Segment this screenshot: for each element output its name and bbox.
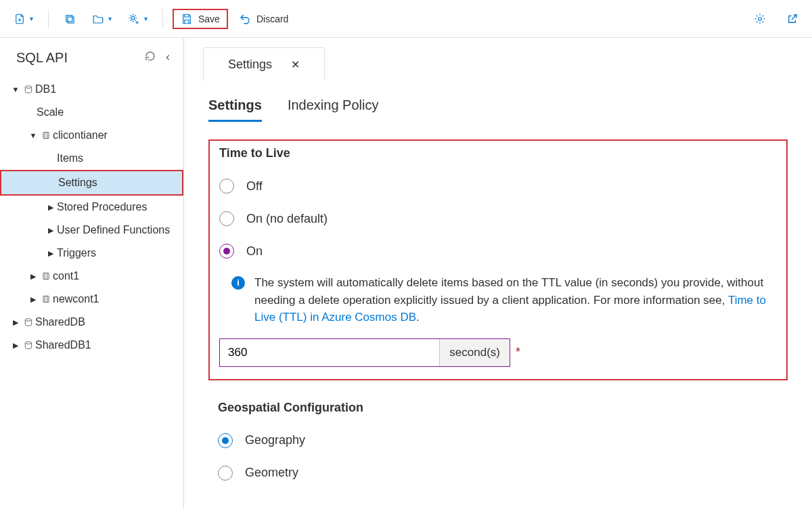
resource-tree: ▼ DB1 Scale ▼ clicontianer Items xyxy=(0,78,183,357)
radio-label: On (no default) xyxy=(246,212,328,226)
info-icon: i xyxy=(231,276,245,290)
collapse-sidebar-button[interactable] xyxy=(163,50,173,66)
geo-option-geometry[interactable]: Geometry xyxy=(218,457,778,489)
refresh-button[interactable] xyxy=(144,50,156,66)
database-icon xyxy=(22,85,35,94)
sidebar: SQL API ▼ DB1 Scale ▼ xyxy=(0,38,184,509)
ttl-unit-label: second(s) xyxy=(439,339,510,366)
svg-point-9 xyxy=(25,342,31,345)
folder-icon xyxy=(92,13,104,25)
tree-label: Settings xyxy=(58,177,97,189)
container-icon xyxy=(39,271,53,281)
settings-gear-button[interactable] xyxy=(748,9,771,29)
svg-rect-7 xyxy=(43,296,49,302)
save-label: Save xyxy=(198,14,220,24)
tree-node-sprocs[interactable]: ▶ Stored Procedures xyxy=(0,196,183,219)
popout-icon xyxy=(786,13,798,25)
subtab-label: Indexing Policy xyxy=(288,97,379,112)
tree-node-settings[interactable]: Settings xyxy=(1,171,182,194)
tree-label: DB1 xyxy=(35,83,56,95)
document-tab-well: Settings ✕ xyxy=(203,47,812,81)
close-tab-button[interactable]: ✕ xyxy=(291,58,300,71)
chevron-down-icon: ▾ xyxy=(144,15,148,22)
ttl-info-text: The system will automatically delete ite… xyxy=(254,274,777,326)
tree-label: SharedDB xyxy=(35,316,85,328)
radio-label: On xyxy=(246,244,263,259)
sidebar-title: SQL API xyxy=(16,50,68,66)
tree-node-scale[interactable]: Scale xyxy=(0,101,183,124)
save-icon xyxy=(181,13,193,25)
ttl-value-input[interactable] xyxy=(220,339,439,366)
caret-right-icon: ▶ xyxy=(27,295,39,304)
gear-icon xyxy=(754,13,766,25)
svg-rect-1 xyxy=(68,17,74,23)
tree-node-db1[interactable]: ▼ DB1 xyxy=(0,78,183,101)
new-sql-query-button[interactable]: ▾ xyxy=(8,9,39,29)
document-plus-icon xyxy=(14,13,26,25)
discard-button[interactable]: Discard xyxy=(233,9,294,29)
tree-node-items[interactable]: Items xyxy=(0,147,183,170)
container-icon xyxy=(39,131,53,140)
gear-plus-icon xyxy=(128,13,140,25)
svg-point-4 xyxy=(25,86,31,89)
tab-title: Settings xyxy=(228,58,272,72)
ttl-info: i The system will automatically delete i… xyxy=(231,274,777,326)
database-icon xyxy=(22,340,35,350)
ttl-info-prefix: The system will automatically delete ite… xyxy=(254,276,763,307)
radio-icon xyxy=(219,179,234,194)
caret-right-icon: ▶ xyxy=(45,226,57,235)
tree-label: Scale xyxy=(37,106,64,118)
tree-node-shareddb[interactable]: ▶ SharedDB xyxy=(0,311,183,334)
svg-point-3 xyxy=(759,17,762,20)
radio-label: Off xyxy=(246,179,263,194)
tree-label: newcont1 xyxy=(53,293,99,305)
subtab-bar: Settings Indexing Policy xyxy=(208,93,788,122)
toolbar-separator xyxy=(162,9,163,28)
ttl-input-group: second(s) * xyxy=(219,338,777,367)
geospatial-panel: Geospatial Configuration Geography Geome… xyxy=(208,401,788,489)
toolbar-separator xyxy=(48,9,49,28)
radio-icon xyxy=(218,466,233,481)
chevron-down-icon: ▾ xyxy=(108,15,112,22)
tree-label: Triggers xyxy=(57,247,96,259)
ttl-panel: Time to Live Off On (no default) On i T xyxy=(208,139,788,380)
tree-label: Stored Procedures xyxy=(57,201,147,213)
open-query-button[interactable]: ▾ xyxy=(87,9,117,29)
ttl-option-on-nodefault[interactable]: On (no default) xyxy=(219,202,777,235)
radio-icon xyxy=(218,433,233,448)
subtab-settings[interactable]: Settings xyxy=(208,93,262,122)
discard-label: Discard xyxy=(256,14,288,24)
chevron-left-icon xyxy=(163,53,173,62)
tree-node-newcont1[interactable]: ▶ newcont1 xyxy=(0,288,183,311)
content-area: Settings ✕ Settings Indexing Policy Time… xyxy=(184,38,812,509)
sidebar-header: SQL API xyxy=(0,43,183,78)
document-tab-settings[interactable]: Settings ✕ xyxy=(203,47,325,81)
radio-icon xyxy=(219,211,234,226)
open-fullscreen-button[interactable] xyxy=(781,9,804,29)
ttl-option-off[interactable]: Off xyxy=(219,170,777,202)
tree-node-clicontainer[interactable]: ▼ clicontianer xyxy=(0,124,183,147)
svg-rect-6 xyxy=(43,273,49,279)
caret-down-icon: ▼ xyxy=(27,131,39,139)
tree-node-udfs[interactable]: ▶ User Defined Functions xyxy=(0,219,183,242)
tree-label: User Defined Functions xyxy=(57,224,170,236)
radio-label: Geography xyxy=(245,433,305,447)
ttl-option-on[interactable]: On xyxy=(219,235,777,267)
tree-node-triggers[interactable]: ▶ Triggers xyxy=(0,242,183,265)
tree-node-cont1[interactable]: ▶ cont1 xyxy=(0,265,183,288)
new-item-button[interactable] xyxy=(58,9,81,29)
ttl-heading: Time to Live xyxy=(219,146,777,160)
svg-point-2 xyxy=(131,16,135,20)
required-indicator: * xyxy=(516,345,520,359)
settings-dropdown-button[interactable]: ▾ xyxy=(122,9,153,29)
tree-node-shareddb1[interactable]: ▶ SharedDB1 xyxy=(0,334,183,357)
geo-option-geography[interactable]: Geography xyxy=(218,424,778,457)
save-button[interactable]: Save xyxy=(173,9,228,29)
subtab-indexing-policy[interactable]: Indexing Policy xyxy=(288,93,379,122)
caret-right-icon: ▶ xyxy=(9,341,22,350)
ttl-info-suffix: . xyxy=(416,311,420,324)
database-icon xyxy=(22,317,35,327)
caret-right-icon: ▶ xyxy=(45,203,57,212)
caret-right-icon: ▶ xyxy=(27,272,39,281)
geo-heading: Geospatial Configuration xyxy=(218,401,778,415)
